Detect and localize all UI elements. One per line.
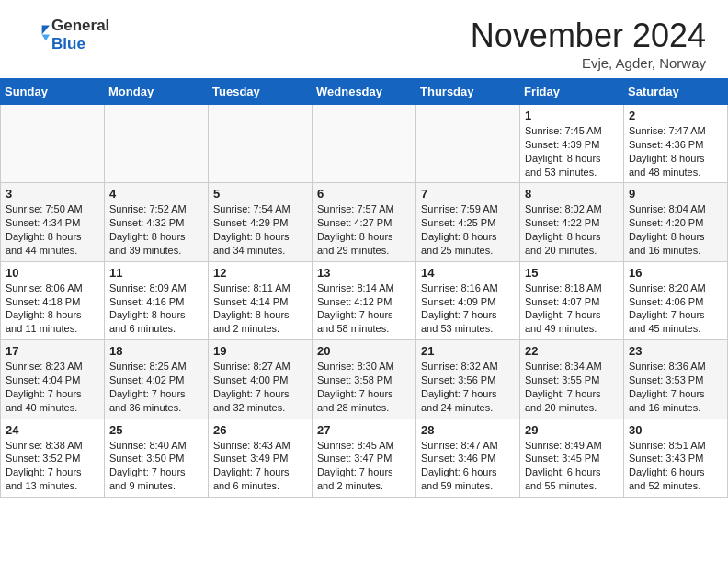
calendar-cell: 6Sunrise: 7:57 AM Sunset: 4:27 PM Daylig… xyxy=(313,183,416,261)
calendar-cell: 28Sunrise: 8:47 AM Sunset: 3:46 PM Dayli… xyxy=(416,419,520,497)
day-number: 15 xyxy=(525,266,619,280)
day-number: 5 xyxy=(213,187,307,201)
day-info: Sunrise: 7:59 AM Sunset: 4:25 PM Dayligh… xyxy=(421,202,515,257)
column-header-friday: Friday xyxy=(520,79,624,105)
column-header-monday: Monday xyxy=(105,79,209,105)
svg-marker-1 xyxy=(42,34,50,40)
day-number: 6 xyxy=(317,187,411,201)
day-info: Sunrise: 8:09 AM Sunset: 4:16 PM Dayligh… xyxy=(109,282,203,336)
calendar-cell: 18Sunrise: 8:25 AM Sunset: 4:02 PM Dayli… xyxy=(105,340,209,419)
day-info: Sunrise: 8:32 AM Sunset: 3:56 PM Dayligh… xyxy=(421,360,515,414)
calendar-cell: 17Sunrise: 8:23 AM Sunset: 4:04 PM Dayli… xyxy=(1,340,105,419)
logo: General Blue xyxy=(22,17,109,53)
location: Evje, Agder, Norway xyxy=(471,55,706,71)
column-header-sunday: Sunday xyxy=(1,79,105,105)
calendar-cell: 11Sunrise: 8:09 AM Sunset: 4:16 PM Dayli… xyxy=(105,261,209,339)
day-number: 21 xyxy=(421,344,515,358)
calendar-cell: 13Sunrise: 8:14 AM Sunset: 4:12 PM Dayli… xyxy=(313,261,416,339)
calendar-cell: 20Sunrise: 8:30 AM Sunset: 3:58 PM Dayli… xyxy=(313,340,416,419)
calendar-cell: 30Sunrise: 8:51 AM Sunset: 3:43 PM Dayli… xyxy=(624,419,728,497)
logo-text-blue: Blue xyxy=(51,35,109,53)
calendar-cell: 21Sunrise: 8:32 AM Sunset: 3:56 PM Dayli… xyxy=(416,340,520,419)
calendar-cell: 19Sunrise: 8:27 AM Sunset: 4:00 PM Dayli… xyxy=(209,340,313,419)
day-info: Sunrise: 8:34 AM Sunset: 3:55 PM Dayligh… xyxy=(525,360,619,414)
day-number: 7 xyxy=(421,187,515,201)
day-info: Sunrise: 8:02 AM Sunset: 4:22 PM Dayligh… xyxy=(525,202,619,257)
day-info: Sunrise: 8:43 AM Sunset: 3:49 PM Dayligh… xyxy=(213,439,307,493)
calendar-cell xyxy=(209,105,313,183)
day-info: Sunrise: 8:47 AM Sunset: 3:46 PM Dayligh… xyxy=(421,439,515,493)
day-number: 13 xyxy=(317,266,411,280)
calendar-header-row: SundayMondayTuesdayWednesdayThursdayFrid… xyxy=(1,79,728,105)
day-number: 12 xyxy=(213,266,307,280)
calendar-cell: 26Sunrise: 8:43 AM Sunset: 3:49 PM Dayli… xyxy=(209,419,313,497)
calendar-table: SundayMondayTuesdayWednesdayThursdayFrid… xyxy=(0,78,728,498)
day-info: Sunrise: 8:14 AM Sunset: 4:12 PM Dayligh… xyxy=(317,282,411,336)
calendar-cell: 29Sunrise: 8:49 AM Sunset: 3:45 PM Dayli… xyxy=(520,419,624,497)
day-number: 19 xyxy=(213,344,307,358)
week-row-4: 17Sunrise: 8:23 AM Sunset: 4:04 PM Dayli… xyxy=(1,340,728,419)
day-number: 20 xyxy=(317,344,411,358)
day-number: 3 xyxy=(6,187,99,201)
calendar-cell: 16Sunrise: 8:20 AM Sunset: 4:06 PM Dayli… xyxy=(624,261,728,339)
calendar-cell: 2Sunrise: 7:47 AM Sunset: 4:36 PM Daylig… xyxy=(624,105,728,183)
day-info: Sunrise: 8:36 AM Sunset: 3:53 PM Dayligh… xyxy=(629,360,722,414)
calendar-cell: 1Sunrise: 7:45 AM Sunset: 4:39 PM Daylig… xyxy=(520,105,624,183)
day-number: 1 xyxy=(525,109,619,122)
calendar-cell xyxy=(416,105,520,183)
week-row-3: 10Sunrise: 8:06 AM Sunset: 4:18 PM Dayli… xyxy=(1,261,728,339)
day-info: Sunrise: 7:47 AM Sunset: 4:36 PM Dayligh… xyxy=(629,124,722,178)
day-number: 29 xyxy=(525,423,619,437)
column-header-wednesday: Wednesday xyxy=(313,79,416,105)
svg-marker-0 xyxy=(42,26,50,35)
calendar-cell: 23Sunrise: 8:36 AM Sunset: 3:53 PM Dayli… xyxy=(624,340,728,419)
week-row-1: 1Sunrise: 7:45 AM Sunset: 4:39 PM Daylig… xyxy=(1,105,728,183)
day-info: Sunrise: 8:51 AM Sunset: 3:43 PM Dayligh… xyxy=(629,439,722,493)
day-info: Sunrise: 8:11 AM Sunset: 4:14 PM Dayligh… xyxy=(213,282,307,336)
calendar-cell: 5Sunrise: 7:54 AM Sunset: 4:29 PM Daylig… xyxy=(209,183,313,261)
calendar-cell: 4Sunrise: 7:52 AM Sunset: 4:32 PM Daylig… xyxy=(105,183,209,261)
calendar-cell xyxy=(313,105,416,183)
day-info: Sunrise: 8:18 AM Sunset: 4:07 PM Dayligh… xyxy=(525,282,619,336)
day-number: 25 xyxy=(109,423,203,437)
day-number: 16 xyxy=(629,266,722,280)
calendar-cell: 25Sunrise: 8:40 AM Sunset: 3:50 PM Dayli… xyxy=(105,419,209,497)
day-info: Sunrise: 8:30 AM Sunset: 3:58 PM Dayligh… xyxy=(317,360,411,414)
day-number: 14 xyxy=(421,266,515,280)
day-info: Sunrise: 8:20 AM Sunset: 4:06 PM Dayligh… xyxy=(629,282,722,336)
logo-icon xyxy=(24,20,50,46)
day-info: Sunrise: 7:54 AM Sunset: 4:29 PM Dayligh… xyxy=(213,202,307,257)
month-title: November 2024 xyxy=(471,17,706,55)
logo-text-general: General xyxy=(51,17,109,35)
day-info: Sunrise: 8:06 AM Sunset: 4:18 PM Dayligh… xyxy=(6,282,99,336)
day-number: 22 xyxy=(525,344,619,358)
day-info: Sunrise: 7:45 AM Sunset: 4:39 PM Dayligh… xyxy=(525,124,619,178)
day-info: Sunrise: 8:23 AM Sunset: 4:04 PM Dayligh… xyxy=(6,360,99,414)
calendar-cell: 8Sunrise: 8:02 AM Sunset: 4:22 PM Daylig… xyxy=(520,183,624,261)
calendar-cell: 10Sunrise: 8:06 AM Sunset: 4:18 PM Dayli… xyxy=(1,261,105,339)
calendar-cell: 27Sunrise: 8:45 AM Sunset: 3:47 PM Dayli… xyxy=(313,419,416,497)
day-number: 27 xyxy=(317,423,411,437)
day-info: Sunrise: 8:16 AM Sunset: 4:09 PM Dayligh… xyxy=(421,282,515,336)
day-info: Sunrise: 7:57 AM Sunset: 4:27 PM Dayligh… xyxy=(317,202,411,257)
day-number: 11 xyxy=(109,266,203,280)
calendar-cell: 12Sunrise: 8:11 AM Sunset: 4:14 PM Dayli… xyxy=(209,261,313,339)
day-number: 4 xyxy=(109,187,203,201)
calendar-cell: 24Sunrise: 8:38 AM Sunset: 3:52 PM Dayli… xyxy=(1,419,105,497)
day-info: Sunrise: 8:45 AM Sunset: 3:47 PM Dayligh… xyxy=(317,439,411,493)
column-header-tuesday: Tuesday xyxy=(209,79,313,105)
calendar-cell: 22Sunrise: 8:34 AM Sunset: 3:55 PM Dayli… xyxy=(520,340,624,419)
day-number: 23 xyxy=(629,344,722,358)
calendar-cell: 9Sunrise: 8:04 AM Sunset: 4:20 PM Daylig… xyxy=(624,183,728,261)
day-number: 9 xyxy=(629,187,722,201)
column-header-saturday: Saturday xyxy=(624,79,728,105)
day-info: Sunrise: 8:40 AM Sunset: 3:50 PM Dayligh… xyxy=(109,439,203,493)
day-number: 17 xyxy=(6,344,99,358)
column-header-thursday: Thursday xyxy=(416,79,520,105)
week-row-5: 24Sunrise: 8:38 AM Sunset: 3:52 PM Dayli… xyxy=(1,419,728,497)
day-number: 10 xyxy=(6,266,99,280)
day-info: Sunrise: 7:52 AM Sunset: 4:32 PM Dayligh… xyxy=(109,202,203,257)
calendar-cell: 7Sunrise: 7:59 AM Sunset: 4:25 PM Daylig… xyxy=(416,183,520,261)
calendar-cell: 14Sunrise: 8:16 AM Sunset: 4:09 PM Dayli… xyxy=(416,261,520,339)
day-info: Sunrise: 8:25 AM Sunset: 4:02 PM Dayligh… xyxy=(109,360,203,414)
